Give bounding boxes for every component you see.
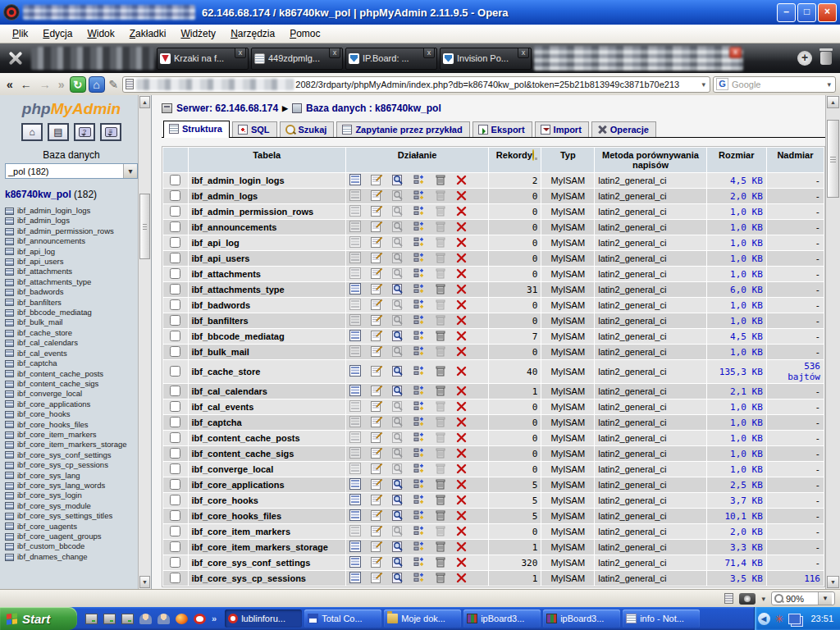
sidebar-scrollbar[interactable]: ▲ ▼ [138,95,151,589]
zoom-control[interactable]: 90% ▾ [771,591,835,605]
table-name[interactable]: ibf_banfilters [189,313,345,328]
collation-value[interactable]: latin2_general_ci [595,298,705,313]
insert-icon[interactable] [413,572,425,585]
size-value[interactable]: 3,3 KB [707,540,766,555]
empty-icon[interactable] [435,189,446,203]
table-name[interactable]: ibf_content_cache_sigs [189,446,345,461]
table-name[interactable]: ibf_announcements [189,220,345,235]
browse-icon[interactable] [349,509,361,523]
row-checkbox[interactable] [170,175,180,185]
col-header-nadmiar[interactable]: Nadmiar [767,148,824,172]
drop-icon[interactable] [456,175,467,187]
taskbar-button[interactable]: Total Co... [304,609,381,628]
browse-icon[interactable] [349,221,361,234]
size-value[interactable]: 2,1 KB [707,384,766,399]
pma-tab-import[interactable]: Import [535,121,589,137]
search-icon[interactable] [392,236,404,249]
table-name[interactable]: ibf_admin_login_logs [189,173,345,188]
table-name[interactable]: ibf_api_users [189,251,345,266]
drop-icon[interactable] [456,432,467,445]
sql-window-icon[interactable]: ▤ [48,123,69,141]
insert-icon[interactable] [413,541,425,554]
page-mode-icon[interactable] [724,593,733,604]
menu-item[interactable]: Narzędzia [223,26,282,41]
structure-icon[interactable] [371,365,382,378]
drop-icon[interactable] [456,346,467,358]
sidebar-table-item[interactable]: ibf_core_sys_module [5,501,138,511]
table-name[interactable]: ibf_core_item_markers_storage [189,540,345,555]
sidebar-table-item[interactable]: ibf_cache_store [5,328,138,338]
network-icon[interactable] [788,614,801,624]
scroll-up-icon[interactable]: ▲ [827,96,839,108]
table-name[interactable]: ibf_captcha [189,415,345,430]
start-button[interactable]: Start [0,607,77,630]
structure-icon[interactable] [371,509,382,523]
structure-icon[interactable] [371,299,382,312]
pma-tab-structure[interactable]: Struktura [163,121,230,138]
col-header-rekordy[interactable]: Rekordy [489,148,541,172]
browse-icon[interactable] [349,189,361,203]
size-value[interactable]: 2,0 KB [707,189,766,203]
size-value[interactable]: 135,3 KB [707,360,766,383]
structure-icon[interactable] [371,494,382,507]
browser-tab[interactable]: 449zdpmlg... x [251,48,343,70]
collation-value[interactable]: latin2_general_ci [595,524,705,539]
empty-icon[interactable] [435,236,446,249]
size-value[interactable]: 6,0 KB [707,282,766,297]
query-window-icon[interactable]: ≡ [100,123,121,141]
browse-icon[interactable] [349,541,361,554]
row-checkbox[interactable] [170,557,180,568]
search-icon[interactable] [392,416,404,429]
insert-icon[interactable] [413,283,425,296]
sidebar-table-item[interactable]: ibf_custom_bbcode [5,541,138,551]
structure-icon[interactable] [371,205,382,218]
size-value[interactable]: 1,0 KB [707,204,766,219]
size-value[interactable]: 1,0 KB [707,415,766,430]
size-value[interactable]: 1,0 KB [707,220,766,235]
search-icon[interactable] [392,345,404,358]
home-icon[interactable]: ⌂ [21,123,43,141]
collation-value[interactable]: latin2_general_ci [595,173,705,188]
empty-icon[interactable] [435,385,446,398]
row-checkbox[interactable] [170,573,180,583]
size-value[interactable]: 1,0 KB [707,298,766,313]
menu-item[interactable]: Widok [80,26,121,41]
sidebar-table-item[interactable]: ibf_announcements [5,236,138,246]
drive-icon[interactable] [103,614,116,624]
user-icon[interactable] [139,614,152,624]
structure-icon[interactable] [371,431,382,445]
current-database-link[interactable]: k86740kw_pol [5,189,71,200]
insert-icon[interactable] [413,252,425,265]
docs-icon[interactable]: ? [74,123,95,141]
sidebar-table-item[interactable]: ibf_content_cache_posts [5,369,138,379]
tab-close-button[interactable]: x [423,48,435,58]
structure-icon[interactable] [371,416,382,429]
close-tab-icon[interactable]: x [729,47,742,58]
blurred-active-tab[interactable]: x [534,46,743,71]
empty-icon[interactable] [435,541,446,554]
empty-icon[interactable] [435,463,446,476]
database-select[interactable]: _pol (182) [5,163,138,179]
collation-value[interactable]: latin2_general_ci [595,493,705,508]
browse-icon[interactable] [349,525,361,538]
camera-dropdown-icon[interactable]: ▾ [761,595,765,603]
browse-icon[interactable] [349,174,361,187]
structure-icon[interactable] [371,174,382,187]
sidebar-table-item[interactable]: ibf_captcha [5,358,138,368]
search-icon[interactable] [392,572,404,585]
size-value[interactable]: 3,5 KB [707,571,766,586]
empty-icon[interactable] [435,345,446,358]
size-value[interactable]: 1,0 KB [707,431,766,445]
collation-value[interactable]: latin2_general_ci [595,360,705,383]
insert-icon[interactable] [413,299,425,312]
col-header-rozmiar[interactable]: Rozmiar [707,148,766,172]
drop-icon[interactable] [456,526,467,538]
empty-icon[interactable] [435,252,446,265]
insert-icon[interactable] [413,189,425,203]
search-icon[interactable] [392,221,404,234]
collation-value[interactable]: latin2_general_ci [595,399,705,414]
drop-icon[interactable] [456,417,467,429]
sidebar-table-item[interactable]: ibf_core_uagents [5,522,138,532]
drop-icon[interactable] [456,331,467,343]
sidebar-table-item[interactable]: ibf_core_sys_login [5,491,138,500]
